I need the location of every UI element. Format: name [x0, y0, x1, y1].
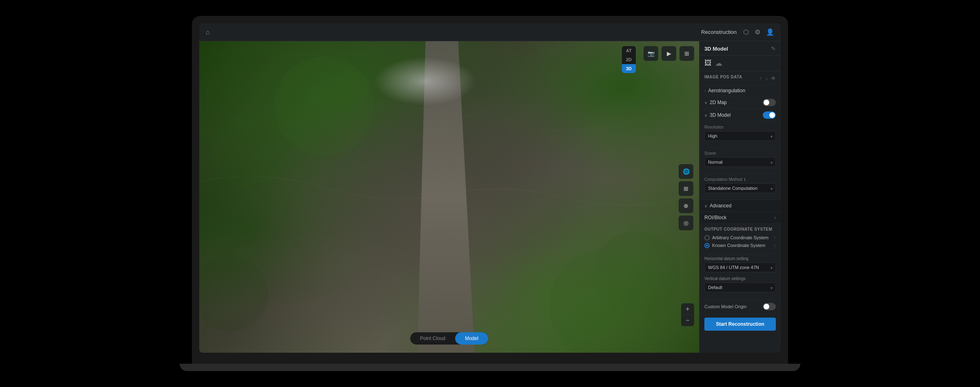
svg-point-1: [274, 56, 374, 156]
svg-point-0: [212, 113, 287, 188]
map-area: 📷 ▶ ⊞ AT 2D 3D + − Point Cloud: [199, 41, 699, 353]
camera-btn[interactable]: 📷: [644, 46, 658, 61]
panel-header: 3D Model ✎: [699, 41, 781, 56]
map-side-controls: 🌐 ⊞ ⊕ ◎: [679, 164, 693, 230]
laptop-base: [180, 364, 800, 371]
grid-btn[interactable]: ⊞: [679, 181, 693, 196]
horizontal-datum-group: Horizontal datum setting WGS 84 / UTM zo…: [704, 256, 776, 273]
resolution-section: Resolution Low Medium High Ultra High: [699, 122, 781, 148]
user-icon[interactable]: 👤: [766, 28, 774, 36]
target-btn[interactable]: ◎: [679, 216, 693, 230]
computation-section: Computation Method ℹ Standalone Computat…: [699, 174, 781, 200]
roi-block-row[interactable]: ROI/Block ›: [699, 212, 781, 224]
scene-label: Scene: [704, 151, 776, 156]
image-pos-label: Image POS Data: [704, 75, 742, 79]
download-icon[interactable]: ↓: [765, 76, 768, 81]
reconstruction-title: Reconstruction: [701, 29, 737, 35]
advanced-label: Advanced: [710, 203, 776, 209]
globe-btn[interactable]: 🌐: [679, 164, 693, 179]
laptop-frame: ⌂ Reconstruction ⬡ ⚙ 👤: [192, 16, 788, 371]
3d-model-chevron-icon: ∨: [704, 113, 707, 118]
scene-select[interactable]: Normal Agricultural Forest: [704, 157, 776, 167]
play-btn[interactable]: ▶: [662, 46, 676, 61]
aerotriangulation-row[interactable]: › Aerotriangulation: [699, 85, 781, 96]
ocs-label: Output Coordinate System: [704, 227, 776, 231]
zoom-in-btn[interactable]: +: [681, 303, 694, 315]
zoom-out-btn[interactable]: −: [681, 315, 694, 326]
top-bar: ⌂ Reconstruction ⬡ ⚙ 👤: [199, 23, 781, 41]
2d-map-row[interactable]: ∨ 2D Map: [699, 96, 781, 109]
horizontal-datum-select[interactable]: WGS 84 / UTM zone 47N WGS 84 / UTM zone …: [704, 262, 776, 272]
computation-info-icon[interactable]: ℹ: [744, 177, 746, 182]
start-reconstruction-button[interactable]: Start Reconstruction: [704, 318, 776, 331]
at-label: Aerotriangulation: [708, 88, 776, 93]
image-pos-section: Image POS Data ↑ ↓ 👁: [699, 71, 781, 85]
expand-btn[interactable]: ⊞: [679, 46, 694, 61]
edit-icon[interactable]: ✎: [771, 45, 776, 52]
laptop-screen: ⌂ Reconstruction ⬡ ⚙ 👤: [199, 23, 781, 353]
upload-icon[interactable]: ↑: [760, 76, 762, 81]
home-icon[interactable]: ⌂: [206, 29, 210, 36]
computation-label: Computation Method: [704, 177, 742, 182]
arbitrary-upload-icon[interactable]: ↑: [773, 235, 776, 240]
arbitrary-coord-radio[interactable]: [704, 235, 710, 240]
resolution-select[interactable]: Low Medium High Ultra High: [704, 131, 776, 141]
vertical-datum-label: Vertical datum settings: [704, 276, 776, 281]
vertical-datum-select[interactable]: Default EGM96 EGM2008: [704, 282, 776, 292]
2d-map-label: 2D Map: [710, 100, 763, 105]
point-cloud-btn[interactable]: Point Cloud: [410, 332, 455, 345]
advanced-header[interactable]: ∨ Advanced: [699, 200, 781, 212]
visibility-icon[interactable]: 👁: [771, 76, 776, 81]
resolution-select-wrapper: Low Medium High Ultra High: [704, 131, 776, 142]
custom-model-origin-row: Custom Model Origin: [699, 300, 781, 314]
map-toolbar: 📷 ▶ ⊞: [644, 46, 694, 61]
model-btn[interactable]: Model: [455, 332, 488, 345]
2d-map-toggle[interactable]: [763, 99, 776, 106]
panel-title: 3D Model: [704, 46, 728, 52]
3d-model-row[interactable]: ∨ 3D Model: [699, 109, 781, 122]
known-coord-row: Known Coordinate System ↓: [704, 242, 776, 248]
arbitrary-coord-row: Arbitrary Coordinate System ↑: [704, 235, 776, 240]
main-content: 📷 ▶ ⊞ AT 2D 3D + − Point Cloud: [199, 41, 781, 353]
terrain-svg: [199, 41, 699, 353]
3d-view-btn[interactable]: 3D: [622, 64, 636, 73]
known-download-icon[interactable]: ↓: [773, 242, 776, 248]
2d-view-btn[interactable]: 2D: [622, 55, 636, 64]
roi-chevron-icon: ›: [774, 215, 776, 220]
top-bar-icons: ⬡ ⚙ 👤: [743, 28, 774, 36]
panel-tabs: 🖼 ☁: [699, 56, 781, 71]
roi-label: ROI/Block: [704, 215, 774, 220]
known-coord-radio[interactable]: [704, 243, 710, 248]
arbitrary-coord-label: Arbitrary Coordinate System: [712, 235, 771, 240]
scene-section: Scene Normal Agricultural Forest: [699, 148, 781, 174]
custom-origin-toggle[interactable]: [763, 303, 776, 310]
right-panel: 3D Model ✎ 🖼 ☁ Image POS Data ↑ ↓ �: [699, 41, 781, 353]
settings-icon[interactable]: ⚙: [755, 28, 760, 36]
horizontal-datum-select-wrapper: WGS 84 / UTM zone 47N WGS 84 / UTM zone …: [704, 262, 776, 273]
2d-map-chevron-icon: ∨: [704, 100, 707, 105]
svg-point-5: [199, 256, 268, 331]
horizontal-datum-label: Horizontal datum setting: [704, 256, 776, 261]
image-tab[interactable]: 🖼: [704, 59, 712, 68]
cloud-tab[interactable]: ☁: [715, 59, 722, 68]
3d-model-label: 3D Model: [710, 112, 763, 118]
resolution-label: Resolution: [704, 125, 776, 129]
datum-section: Horizontal datum setting WGS 84 / UTM zo…: [699, 254, 781, 300]
advanced-chevron-icon: ∨: [704, 204, 707, 208]
3d-model-toggle[interactable]: [763, 111, 776, 119]
known-coord-label: Known Coordinate System: [712, 243, 771, 248]
vertical-datum-group: Vertical datum settings Default EGM96 EG…: [704, 276, 776, 293]
map-background: [199, 41, 699, 353]
at-view-btn[interactable]: AT: [622, 46, 636, 55]
computation-select[interactable]: Standalone Computation Cloud Computation: [704, 183, 776, 193]
output-coordinate-section: Output Coordinate System Arbitrary Coord…: [699, 224, 781, 254]
scene-select-wrapper: Normal Agricultural Forest: [704, 157, 776, 168]
zoom-controls: + −: [681, 303, 694, 326]
view-toggle: Point Cloud Model: [410, 332, 488, 345]
hierarchy-icon[interactable]: ⬡: [743, 28, 749, 36]
layers-btn[interactable]: ⊕: [679, 198, 693, 213]
at-chevron-icon: ›: [704, 89, 706, 93]
computation-select-wrapper: Standalone Computation Cloud Computation: [704, 183, 776, 194]
view-mode-selector: AT 2D 3D: [622, 46, 636, 73]
vertical-datum-select-wrapper: Default EGM96 EGM2008: [704, 282, 776, 293]
